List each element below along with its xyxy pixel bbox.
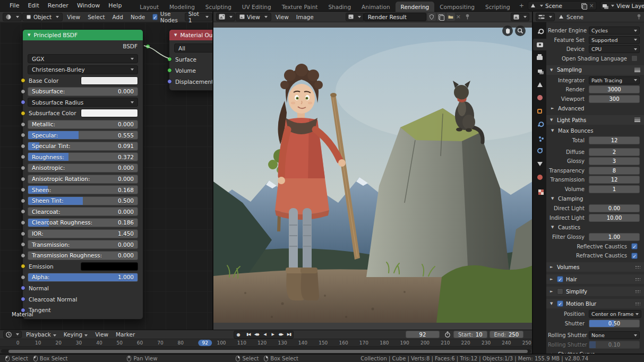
presets-icon[interactable] — [634, 118, 640, 122]
gray-socket[interactable] — [21, 253, 25, 258]
checkbox[interactable]: ✓ — [631, 253, 638, 259]
new-image-icon[interactable] — [437, 13, 445, 21]
panel-light-paths[interactable]: ▼Light Paths — [546, 115, 644, 125]
output-target-dropdown[interactable]: All — [174, 44, 212, 53]
slider-field-specular[interactable]: Specular:0.555 — [28, 131, 138, 140]
frame-start-field[interactable]: Start: 10 — [453, 331, 487, 338]
dropdown-field[interactable]: Path Tracing — [589, 76, 640, 84]
slider-field-specular-tint[interactable]: Specular Tint:0.091 — [28, 142, 138, 151]
use-nodes-checkbox[interactable]: ✓ — [152, 14, 158, 20]
pin-icon[interactable] — [637, 14, 641, 20]
dropdown-field-ggx[interactable]: GGX — [28, 54, 138, 63]
gray-socket[interactable] — [21, 220, 25, 225]
slider-field-sheen[interactable]: Sheen:0.168 — [28, 185, 138, 194]
expand-icon[interactable]: ▼ — [551, 128, 555, 133]
slider-field-transmission-roughness[interactable]: Transmission Roughness:0.000 — [28, 251, 138, 260]
view-layer-selector[interactable]: View Layer × — [600, 1, 644, 10]
dropdown-field[interactable]: Supported — [589, 36, 640, 44]
open-image-icon[interactable] — [446, 13, 455, 21]
properties-tab-render[interactable] — [533, 39, 546, 50]
slider-field-ior[interactable]: IOR:1.450 — [28, 229, 138, 238]
image-menu-view[interactable]: View — [272, 14, 293, 20]
expand-icon[interactable]: ► — [551, 352, 555, 354]
slider-field[interactable]: 0.50 — [589, 320, 640, 327]
dropdown-field-subsurface-radius[interactable]: Subsurface Radius — [28, 98, 138, 107]
display-channels-dropdown[interactable] — [511, 13, 529, 21]
image-menu-image[interactable]: Image — [293, 14, 317, 20]
workspace-tab-sculpting[interactable]: Sculpting — [200, 2, 237, 12]
timeline-menu-marker[interactable]: Marker — [112, 331, 139, 338]
transport-next-keyframe[interactable]: ◆▶ — [277, 331, 285, 338]
vector-socket[interactable] — [21, 297, 25, 301]
transport-play[interactable]: ▶ — [269, 331, 277, 338]
node-header[interactable]: ▼ Material Output — [169, 30, 212, 40]
editor-type-selector[interactable] — [536, 13, 555, 21]
menu-window[interactable]: Window — [73, 1, 104, 10]
menu-file[interactable]: File — [5, 1, 23, 10]
vector-socket[interactable] — [21, 286, 25, 290]
pan-view-button[interactable] — [502, 25, 513, 36]
number-field[interactable]: 300 — [589, 95, 640, 103]
expand-icon[interactable]: ▼ — [550, 301, 554, 306]
number-field[interactable]: 1.00 — [589, 233, 640, 241]
timeline-menu-keying[interactable]: Keying — [60, 331, 91, 338]
shader-type-dropdown[interactable]: Object — [22, 13, 63, 21]
expand-icon[interactable]: ► — [550, 265, 554, 269]
properties-tab-world[interactable] — [533, 92, 546, 104]
vector-socket[interactable] — [21, 100, 25, 105]
transport-jump-start[interactable]: ▮◀ — [244, 331, 252, 338]
yellow-socket[interactable] — [21, 78, 25, 83]
slider-field[interactable]: 0.10 — [589, 341, 640, 349]
slider-field-alpha[interactable]: Alpha:1.000 — [28, 273, 138, 282]
expand-icon[interactable]: ▼ — [551, 196, 555, 201]
transport-jump-end[interactable]: ▶▮ — [285, 331, 293, 338]
yellow-socket[interactable] — [21, 111, 25, 116]
dropdown-field[interactable]: None — [589, 331, 640, 339]
menu-render[interactable]: Render — [44, 1, 73, 10]
gray-socket[interactable] — [21, 242, 25, 247]
properties-tab-texture[interactable] — [533, 185, 546, 196]
slider-field-clearcoat[interactable]: Clearcoat:0.000 — [28, 207, 138, 216]
editor-type-selector[interactable] — [3, 331, 22, 338]
gray-socket[interactable] — [21, 187, 25, 192]
collapse-icon[interactable]: ▼ — [174, 33, 177, 37]
shader-menu-view[interactable]: View — [63, 14, 84, 20]
slider-field-sheen-tint[interactable]: Sheen Tint:0.500 — [28, 196, 138, 205]
stopwatch-icon[interactable] — [444, 331, 451, 338]
workspace-tab-modeling[interactable]: Modeling — [164, 2, 200, 12]
transport-prev-keyframe[interactable]: ◀◆ — [252, 331, 261, 338]
properties-tab-modifiers[interactable] — [533, 118, 546, 130]
gray-socket[interactable] — [21, 89, 25, 94]
unlink-scene-icon[interactable]: × — [588, 3, 595, 8]
number-field[interactable]: 8 — [589, 167, 640, 175]
slider-field-subsurface[interactable]: Subsurface:0.000 — [28, 87, 138, 96]
slider-field-metallic[interactable]: Metallic:0.000 — [28, 120, 138, 129]
current-frame-field[interactable]: 92 — [406, 331, 440, 338]
panel-checkbox[interactable]: ✓ — [557, 276, 563, 282]
workspace-tab-texture-paint[interactable]: Texture Paint — [277, 2, 323, 12]
workspace-tab-scripting[interactable]: Scripting — [480, 2, 516, 12]
pin-icon[interactable] — [465, 14, 470, 20]
subpanel-max-bounces[interactable]: ▼Max Bounces — [551, 126, 640, 135]
number-field[interactable]: 10.00 — [589, 214, 640, 222]
subpanel-shutter-curve[interactable]: ►Shutter Curve — [551, 350, 640, 354]
gray-socket[interactable] — [21, 275, 25, 280]
add-workspace-button[interactable]: + — [516, 1, 528, 11]
properties-tab-particles[interactable] — [533, 132, 546, 143]
expand-icon[interactable]: ► — [550, 289, 554, 294]
image-view[interactable] — [213, 22, 532, 330]
image-mode-dropdown[interactable]: View — [236, 13, 271, 21]
number-field[interactable]: 1 — [589, 185, 640, 193]
menu-help[interactable]: Help — [104, 1, 126, 10]
gray-socket[interactable] — [21, 144, 25, 149]
gray-socket[interactable] — [21, 133, 25, 137]
panel-hair[interactable]: ►✓Hair — [546, 274, 644, 284]
shader-menu-select[interactable]: Select — [84, 14, 108, 20]
workspace-tab-shading[interactable]: Shading — [323, 2, 356, 12]
panel-sampling[interactable]: ▼Sampling — [546, 65, 644, 75]
grip-icon[interactable] — [635, 265, 640, 269]
number-field[interactable]: 3000 — [589, 85, 640, 93]
subpanel-caustics[interactable]: ▼Caustics — [551, 223, 640, 231]
image-datablock-icon-dropdown[interactable] — [346, 13, 364, 21]
principled-bsdf-node[interactable]: ▼ Principled BSDF BSDF GGXChristensen-Bu… — [22, 29, 143, 320]
